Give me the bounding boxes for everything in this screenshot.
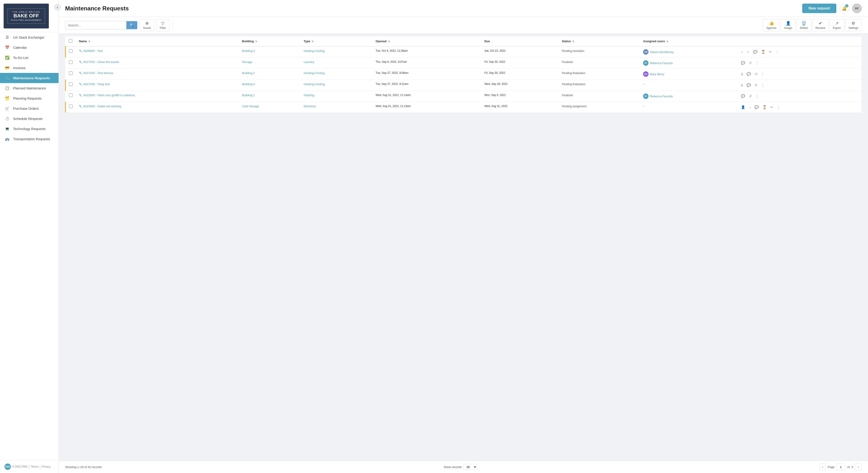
- row-checkbox[interactable]: [69, 94, 72, 97]
- more-options-icon[interactable]: ⋮: [776, 105, 781, 110]
- building-link[interactable]: Building 3: [242, 49, 255, 53]
- new-request-button[interactable]: New request: [802, 4, 836, 13]
- building-link[interactable]: Building 2: [242, 71, 255, 75]
- circle-icon[interactable]: ○: [740, 49, 744, 55]
- th-status[interactable]: Status ⇅: [559, 36, 640, 46]
- request-link[interactable]: 🔧6427204 - Test themes: [79, 71, 236, 75]
- circle-icon[interactable]: ○: [748, 105, 752, 110]
- undo-icon[interactable]: ↺: [754, 82, 758, 88]
- row-actions-cell: $💬↺⋮: [737, 80, 862, 91]
- user-link[interactable]: Allison McGillivray: [650, 50, 674, 54]
- request-link[interactable]: 🔧6415945 - Paint over graffiti in cafete…: [79, 94, 236, 97]
- row-checkbox-cell: [66, 91, 76, 102]
- filter-icon: ▽: [161, 21, 164, 26]
- prev-page-button[interactable]: ‹: [819, 464, 826, 470]
- page-number-input[interactable]: [836, 464, 845, 470]
- row-checkbox[interactable]: [69, 71, 72, 75]
- th-due[interactable]: Due ↓: [481, 36, 559, 46]
- sidebar-item-invoices[interactable]: 💳 Invoices: [0, 63, 59, 73]
- row-checkbox[interactable]: [69, 82, 72, 86]
- sidebar-collapse-button[interactable]: ‹: [54, 4, 61, 10]
- th-type[interactable]: Type ⇅: [301, 36, 372, 46]
- user-link[interactable]: Mary Berry: [650, 72, 664, 76]
- edit-icon[interactable]: ✏: [768, 49, 773, 55]
- settings-button[interactable]: ⚙ Settings: [845, 19, 862, 31]
- footer-terms-link[interactable]: Terms: [31, 465, 38, 468]
- filter-button[interactable]: ▽ Filter: [156, 19, 169, 31]
- page-label: Page: [828, 465, 835, 469]
- comment-icon[interactable]: 💬: [746, 71, 752, 77]
- hourglass-icon[interactable]: ⏳: [762, 105, 768, 110]
- person-icon[interactable]: 👤: [740, 105, 746, 110]
- sidebar-item-transportation[interactable]: 🚌 Transportation Requests: [0, 134, 59, 144]
- sidebar-item-purchase[interactable]: 🛒 Purchase Orders: [0, 103, 59, 113]
- check-icon[interactable]: ✓: [746, 49, 750, 55]
- th-opened[interactable]: Opened ⇅: [373, 36, 481, 46]
- more-options-icon[interactable]: ⋮: [760, 71, 765, 77]
- user-link[interactable]: Rebecca Favorito: [650, 95, 673, 98]
- request-link[interactable]: 🔧6415944 - Outlet not working: [79, 105, 236, 108]
- more-options-icon[interactable]: ⋮: [754, 94, 760, 99]
- undo-icon[interactable]: ↺: [748, 94, 753, 99]
- status-badge: Finalized: [562, 61, 573, 64]
- request-link[interactable]: 🔧6427206 - Testy test: [79, 82, 236, 86]
- comment-icon[interactable]: 💬: [740, 94, 746, 99]
- comment-icon[interactable]: 💬: [754, 105, 760, 110]
- building-link[interactable]: Cold Storage: [242, 105, 259, 108]
- edit-icon[interactable]: ✏: [770, 105, 774, 110]
- type-link[interactable]: Heating-Cooling: [304, 82, 324, 86]
- select-all-checkbox[interactable]: [69, 39, 72, 43]
- comment-icon[interactable]: 💬: [740, 60, 746, 66]
- dollar-icon[interactable]: $: [740, 72, 744, 77]
- sidebar-item-ux-stack[interactable]: ☰ UX Stack Exchange/: [0, 32, 59, 42]
- th-assigned[interactable]: Assigned users ⇅: [640, 36, 737, 46]
- notifications-button[interactable]: 🔔 0: [839, 4, 849, 13]
- row-checkbox[interactable]: [69, 60, 72, 64]
- footer-privacy-link[interactable]: Privacy: [41, 465, 51, 468]
- sidebar-item-todo[interactable]: ✅ To-Do List: [0, 53, 59, 63]
- sidebar-item-planning[interactable]: 🗂️ Planning Requests: [0, 93, 59, 103]
- th-building[interactable]: Building ⇅: [239, 36, 301, 46]
- search-button[interactable]: 🔍: [126, 21, 137, 29]
- delete-button[interactable]: 🗑️ Delete: [797, 19, 811, 31]
- user-badge: RF Rebecca Favorito: [643, 94, 734, 99]
- records-per-page-select[interactable]: 10 20 50 100: [463, 464, 477, 470]
- building-link[interactable]: Building 1: [242, 94, 255, 97]
- undo-icon[interactable]: ↺: [754, 71, 758, 77]
- resolve-button[interactable]: ✔ Resolve: [812, 19, 829, 31]
- request-link[interactable]: 🔧6428805 - Test: [79, 49, 236, 53]
- request-link[interactable]: 🔧6427203 - Clean the towels: [79, 60, 236, 64]
- type-link[interactable]: Electrical: [304, 105, 315, 108]
- select-all-header[interactable]: [66, 36, 76, 46]
- building-link[interactable]: Storage: [242, 60, 252, 64]
- more-options-icon[interactable]: ⋮: [754, 60, 760, 66]
- sidebar-item-calendar[interactable]: 📅 Calendar: [0, 42, 59, 53]
- type-link[interactable]: Heating-Cooling: [304, 71, 324, 75]
- approve-button[interactable]: 👍 Approve: [763, 19, 780, 31]
- assign-button[interactable]: 👤 Assign: [781, 19, 796, 31]
- search-input[interactable]: [65, 22, 126, 29]
- user-avatar-button[interactable]: RF: [852, 4, 862, 13]
- sidebar-item-technology[interactable]: 💻 Technology Requests: [0, 124, 59, 134]
- saved-filters-button[interactable]: ⊕ Saved: [140, 19, 154, 31]
- row-checkbox[interactable]: [69, 49, 72, 53]
- type-link[interactable]: Heating-Cooling: [304, 49, 324, 53]
- row-checkbox[interactable]: [69, 105, 72, 108]
- comment-icon[interactable]: 💬: [746, 82, 752, 88]
- sidebar-item-planned[interactable]: 📋 Planned Maintenance: [0, 83, 59, 93]
- hourglass-icon[interactable]: ⏳: [760, 49, 766, 55]
- export-button[interactable]: ↗ Export: [830, 19, 844, 31]
- comment-icon[interactable]: 💬: [752, 49, 758, 55]
- building-link[interactable]: Building 4: [242, 82, 255, 86]
- undo-icon[interactable]: ↺: [748, 60, 753, 66]
- dollar-icon[interactable]: $: [740, 82, 744, 88]
- user-link[interactable]: Rebecca Favorito: [650, 61, 673, 65]
- sidebar-item-schedule[interactable]: ⏱️ Schedule Requests: [0, 113, 59, 124]
- type-link[interactable]: Painting: [304, 94, 314, 97]
- more-options-icon[interactable]: ⋮: [760, 82, 765, 88]
- more-options-icon[interactable]: ⋮: [775, 49, 780, 55]
- th-name[interactable]: Name ⇅: [76, 36, 239, 46]
- type-link[interactable]: Laundry: [304, 60, 314, 64]
- next-page-button[interactable]: ›: [855, 464, 862, 470]
- sidebar-item-maintenance[interactable]: 🔧 Maintenance Requests: [0, 73, 59, 83]
